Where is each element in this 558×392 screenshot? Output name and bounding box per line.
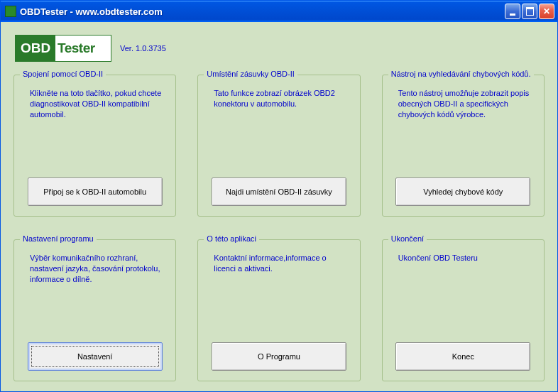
groupbox-desc: Tato funkce zobrazí obrázek OBD2 konekto… — [207, 88, 351, 170]
groupbox-desc: Výběr komunikačního rozhraní, nastavení … — [23, 253, 167, 335]
logo-left: OBD — [16, 36, 55, 61]
close-button[interactable] — [539, 4, 554, 19]
window-title: OBDTester - www.obdtester.com — [20, 6, 505, 17]
groupbox-connect: Spojení pomocí OBD-II Klikněte na toto t… — [13, 75, 176, 217]
groupbox-title: Nástroj na vyhledávání chybových kódů. — [388, 70, 534, 78]
maximize-button[interactable] — [522, 4, 537, 19]
groupbox-locate: Umístění zásuvky OBD-II Tato funkce zobr… — [197, 75, 360, 217]
window-controls — [505, 4, 554, 19]
logo-right: Tester — [55, 40, 111, 56]
groupbox-lookup: Nástroj na vyhledávání chybových kódů. T… — [382, 75, 545, 217]
groupbox-desc: Kontaktní informace,informace o licenci … — [207, 253, 351, 335]
version-label: Ver. 1.0.3735 — [120, 44, 166, 53]
groupbox-title: Spojení pomocí OBD-II — [20, 70, 106, 78]
app-logo: OBD Tester — [15, 35, 111, 62]
groupbox-exit: Ukončení Ukončení OBD Testeru Konec — [382, 239, 545, 381]
about-button[interactable]: O Programu — [212, 342, 346, 371]
groupbox-desc: Klikněte na toto tlačítko, pokud chcete … — [23, 88, 167, 170]
main-window: OBDTester - www.obdtester.com OBD Tester… — [0, 0, 558, 392]
minimize-button[interactable] — [505, 4, 520, 19]
locate-button[interactable]: Najdi umístění OBD-II zásuvky — [212, 178, 346, 206]
groupbox-settings: Nastavení programu Výběr komunikačního r… — [13, 239, 176, 381]
lookup-button[interactable]: Vyhledej chybové kódy — [395, 178, 530, 206]
exit-button[interactable]: Konec — [395, 342, 530, 371]
groupbox-title: Ukončení — [388, 234, 427, 243]
titlebar[interactable]: OBDTester - www.obdtester.com — [1, 1, 557, 22]
settings-button[interactable]: Nastavení — [28, 342, 163, 371]
groupbox-desc: Ukončení OBD Testeru — [391, 253, 535, 335]
panel-grid: Spojení pomocí OBD-II Klikněte na toto t… — [13, 75, 545, 381]
app-header: OBD Tester Ver. 1.0.3735 — [15, 35, 545, 62]
client-area: OBD Tester Ver. 1.0.3735 Spojení pomocí … — [1, 22, 557, 391]
groupbox-about: O této aplikaci Kontaktní informace,info… — [197, 239, 360, 381]
groupbox-title: Umístění zásuvky OBD-II — [204, 70, 297, 78]
app-icon — [5, 6, 16, 17]
groupbox-title: O této aplikaci — [204, 234, 259, 243]
connect-button[interactable]: Připoj se k OBD-II automobilu — [28, 178, 163, 206]
groupbox-desc: Tento nástroj umožňuje zobrazit popis ob… — [391, 88, 535, 170]
groupbox-title: Nastavení programu — [20, 234, 97, 243]
